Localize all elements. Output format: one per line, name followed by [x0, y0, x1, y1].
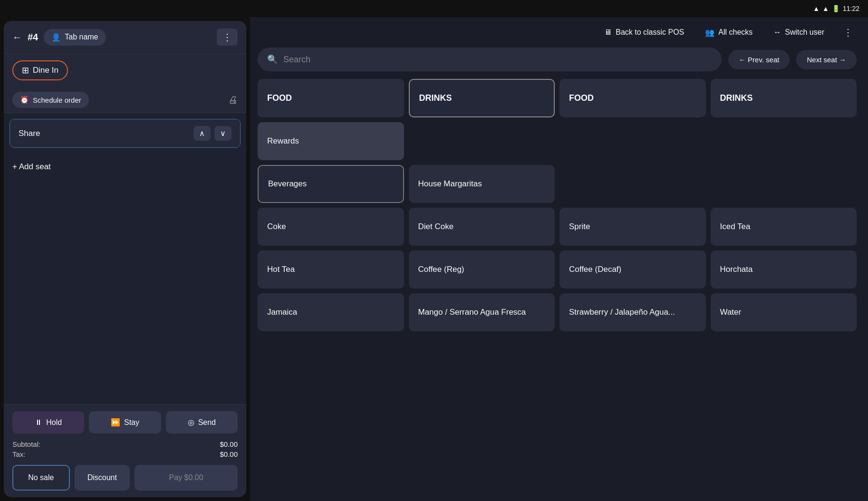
left-spacer — [4, 180, 246, 404]
menu-item-strawberry-jalapeno[interactable]: Strawberry / Jalapeño Agua... — [559, 293, 706, 331]
category-food-1[interactable]: FOOD — [258, 79, 404, 117]
menu-item-water[interactable]: Water — [711, 293, 857, 331]
hold-label: Hold — [46, 418, 62, 427]
clock-icon: ⏰ — [20, 96, 29, 104]
back-button[interactable]: ← — [12, 32, 22, 43]
prev-seat-button[interactable]: ← Prev. seat — [728, 50, 790, 69]
iced-tea-label: Iced Tea — [720, 222, 751, 231]
pay-button[interactable]: Pay $0.00 — [135, 465, 238, 491]
menu-item-coffee-decaf[interactable]: Coffee (Decaf) — [559, 250, 706, 289]
bottom-actions: ⏸ Hold ⏩ Stay ◎ Send Subtotal: $0.00 Tax… — [4, 404, 246, 497]
dine-in-button[interactable]: ⊞ Dine In — [12, 60, 68, 80]
menu-row-3: Jamaica Mango / Serrano Agua Fresca Stra… — [258, 293, 857, 331]
coke-label: Coke — [267, 222, 286, 231]
category-food-2[interactable]: FOOD — [559, 79, 706, 117]
switch-user-button[interactable]: ↔ Switch user — [768, 24, 830, 40]
more-icon: ⋮ — [222, 32, 232, 42]
print-button[interactable]: 🖨 — [228, 95, 238, 106]
menu-item-horchata[interactable]: Horchata — [711, 250, 857, 289]
hot-tea-label: Hot Tea — [267, 265, 295, 274]
stay-button[interactable]: ⏩ Stay — [89, 411, 161, 434]
category-row-2: Rewards — [258, 122, 857, 160]
schedule-label: Schedule order — [33, 96, 81, 104]
horchata-label: Horchata — [720, 265, 753, 274]
category-rewards[interactable]: Rewards — [258, 122, 404, 160]
menu-item-diet-coke[interactable]: Diet Coke — [409, 208, 555, 246]
coffee-decaf-label: Coffee (Decaf) — [569, 265, 621, 274]
menu-item-sprite[interactable]: Sprite — [559, 208, 706, 246]
status-icons: ▲ ▲ 🔋 11:22 — [813, 5, 859, 12]
menu-item-hot-tea[interactable]: Hot Tea — [258, 250, 404, 289]
menu-item-coffee-reg[interactable]: Coffee (Reg) — [409, 250, 555, 289]
stay-icon: ⏩ — [111, 418, 120, 427]
no-sale-label: No sale — [28, 473, 54, 482]
category-house-margaritas[interactable]: House Margaritas — [409, 165, 555, 203]
header-more-icon: ⋮ — [843, 27, 853, 38]
menu-grid: FOOD DRINKS FOOD DRINKS Rewards — [252, 79, 862, 495]
share-header: Share ∧ ∨ — [10, 119, 240, 147]
discount-button[interactable]: Discount — [75, 465, 130, 491]
right-panel: 🖥 Back to classic POS 👥 All checks ↔ Swi… — [250, 17, 868, 501]
share-label: Share — [19, 129, 40, 138]
wifi-icon: ▲ — [813, 5, 820, 12]
search-input[interactable] — [283, 55, 712, 65]
stay-label: Stay — [124, 418, 139, 427]
all-checks-label: All checks — [718, 28, 752, 37]
switch-icon: ↔ — [773, 28, 781, 37]
subtotal-value: $0.00 — [220, 440, 238, 448]
all-checks-button[interactable]: 👥 All checks — [699, 24, 758, 41]
sprite-label: Sprite — [569, 222, 590, 231]
more-options-button[interactable]: ⋮ — [217, 29, 238, 46]
hold-icon: ⏸ — [35, 418, 42, 427]
pay-label: Pay $0.00 — [169, 473, 203, 482]
main-layout: ← #4 👤 Tab name ⋮ ⊞ Dine In ⏰ Schedule o… — [0, 17, 868, 501]
search-box: 🔍 — [258, 48, 722, 71]
tab-number: #4 — [28, 32, 38, 43]
schedule-row: ⏰ Schedule order 🖨 — [4, 87, 246, 113]
discount-label: Discount — [87, 473, 117, 482]
back-to-pos-button[interactable]: 🖥 Back to classic POS — [598, 24, 690, 40]
category-row-1: FOOD DRINKS FOOD DRINKS — [258, 79, 857, 117]
header-more-button[interactable]: ⋮ — [839, 23, 857, 42]
menu-item-coke[interactable]: Coke — [258, 208, 404, 246]
tab-name-button[interactable]: 👤 Tab name — [44, 29, 106, 46]
action-buttons: ⏸ Hold ⏩ Stay ◎ Send — [12, 411, 238, 434]
category-drinks-1[interactable]: DRINKS — [409, 79, 555, 117]
left-panel: ← #4 👤 Tab name ⋮ ⊞ Dine In ⏰ Schedule o… — [4, 21, 246, 497]
food-1-label: FOOD — [267, 93, 292, 103]
drinks-1-label: DRINKS — [419, 93, 452, 103]
share-collapse-button[interactable]: ∧ — [193, 126, 211, 141]
no-sale-button[interactable]: No sale — [12, 465, 70, 491]
menu-row-2: Hot Tea Coffee (Reg) Coffee (Decaf) Horc… — [258, 250, 857, 289]
menu-item-iced-tea[interactable]: Iced Tea — [711, 208, 857, 246]
share-expand-button[interactable]: ∨ — [214, 126, 231, 141]
mango-serrano-label: Mango / Serrano Agua Fresca — [418, 308, 526, 317]
schedule-button[interactable]: ⏰ Schedule order — [12, 92, 89, 108]
menu-row-1: Coke Diet Coke Sprite Iced Tea — [258, 208, 857, 246]
jamaica-label: Jamaica — [267, 308, 297, 317]
menu-item-jamaica[interactable]: Jamaica — [258, 293, 404, 331]
payment-buttons: No sale Discount Pay $0.00 — [12, 465, 238, 491]
send-label: Send — [198, 418, 216, 427]
back-to-pos-label: Back to classic POS — [616, 28, 684, 37]
category-beverages[interactable]: Beverages — [258, 165, 404, 203]
status-bar: ▲ ▲ 🔋 11:22 — [0, 0, 868, 17]
dine-in-label: Dine In — [33, 66, 58, 75]
monitor-icon: 🖥 — [604, 28, 612, 37]
drinks-2-label: DRINKS — [720, 93, 753, 103]
add-seat-button[interactable]: + Add seat — [4, 154, 246, 180]
category-drinks-2[interactable]: DRINKS — [711, 79, 857, 117]
share-section: Share ∧ ∨ — [10, 119, 241, 148]
tab-name-label: Tab name — [65, 33, 98, 41]
next-seat-button[interactable]: Next seat → — [796, 50, 857, 69]
diet-coke-label: Diet Coke — [418, 222, 454, 231]
menu-item-mango-serrano[interactable]: Mango / Serrano Agua Fresca — [409, 293, 555, 331]
back-arrow-icon: ← — [12, 32, 22, 43]
send-icon: ◎ — [188, 418, 194, 427]
checks-icon: 👥 — [705, 28, 714, 37]
hold-button[interactable]: ⏸ Hold — [12, 411, 84, 434]
send-button[interactable]: ◎ Send — [166, 411, 238, 434]
person-icon: 👤 — [51, 33, 61, 42]
time-display: 11:22 — [843, 5, 859, 12]
rewards-label: Rewards — [267, 136, 299, 146]
